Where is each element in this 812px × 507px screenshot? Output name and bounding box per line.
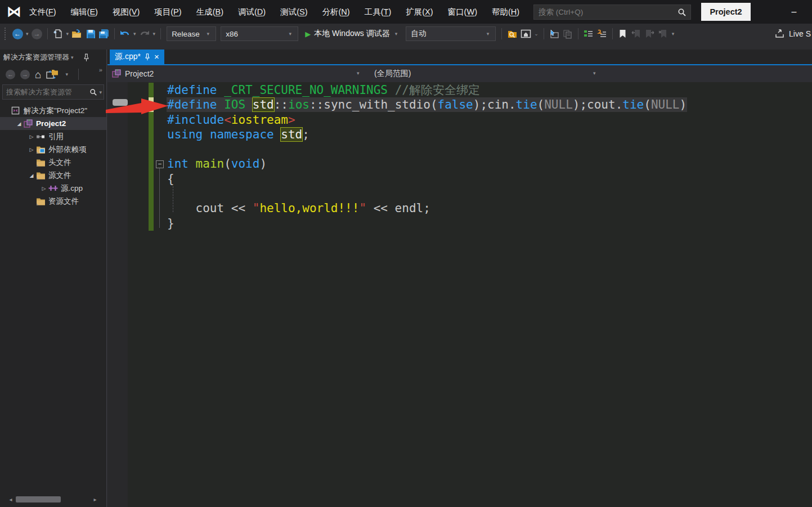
- tree-item-外部依赖项[interactable]: ▷外部依赖项: [0, 143, 106, 156]
- search-options-dropdown[interactable]: ▾: [97, 89, 104, 95]
- menu-item[interactable]: 分析(N): [322, 7, 350, 17]
- tree-item-资源文件[interactable]: 资源文件: [0, 195, 106, 208]
- quick-search-input[interactable]: [534, 8, 678, 16]
- menu-item[interactable]: 生成(B): [196, 7, 223, 17]
- menu-item[interactable]: 测试(S): [280, 7, 307, 17]
- redo-dropdown[interactable]: ▾: [151, 31, 158, 37]
- toolbar-separator: [501, 28, 502, 39]
- new-file-button[interactable]: [51, 26, 65, 42]
- copy-parent-button[interactable]: [561, 26, 575, 42]
- show-next-statement-button[interactable]: [595, 26, 609, 42]
- toggle-bookmark-button[interactable]: [616, 26, 630, 42]
- menu-item[interactable]: 视图(V): [113, 7, 140, 17]
- navbar-project-caret[interactable]: ▾: [355, 70, 361, 76]
- scroll-right-arrow[interactable]: ▸: [90, 496, 100, 502]
- debug-target-combo[interactable]: 自动▾: [406, 26, 496, 41]
- show-threads-button[interactable]: [582, 26, 595, 42]
- tree-item-Project2[interactable]: ◢Project2: [0, 117, 106, 130]
- navigate-back-dropdown[interactable]: ▾: [24, 31, 30, 37]
- solution-search-box[interactable]: ▾: [2, 84, 104, 100]
- tree-item-头文件[interactable]: 头文件: [0, 156, 106, 169]
- open-folder-button[interactable]: [70, 26, 84, 42]
- window-minimize-button[interactable]: –: [786, 3, 802, 20]
- clear-bookmarks-button[interactable]: [657, 26, 670, 42]
- collapse-region-icon[interactable]: −: [156, 160, 164, 168]
- next-bookmark-button[interactable]: [643, 26, 657, 42]
- token-kw: int: [167, 157, 189, 171]
- save-all-button[interactable]: [97, 26, 111, 42]
- solution-search-input[interactable]: [3, 88, 89, 96]
- scrollbar-thumb[interactable]: [16, 496, 61, 502]
- solution-configuration-combo[interactable]: Release▾: [167, 26, 216, 41]
- view-designer-button[interactable]: [519, 26, 532, 42]
- switch-views-dropdown[interactable]: ▾: [64, 71, 70, 77]
- code-line-1[interactable]: #define _CRT_SECURE_NO_WARNINGS //解除安全绑定: [167, 83, 812, 97]
- start-debugging-dropdown[interactable]: ▾: [393, 31, 400, 37]
- previous-bookmark-button[interactable]: [630, 26, 643, 42]
- start-debugging-button[interactable]: ▶ 本地 Windows 调试器 ▾: [305, 29, 399, 39]
- navigate-back-button[interactable]: ←: [11, 26, 24, 42]
- tree-item-源.cpp[interactable]: ▷源.cpp: [0, 182, 106, 195]
- code-line-10[interactable]: }: [167, 216, 812, 231]
- code-line-3[interactable]: #include<iostream>: [167, 113, 812, 127]
- tree-item-解决方案"Project2"[interactable]: 解决方案"Project2": [0, 104, 106, 117]
- expander-expanded-icon[interactable]: ◢: [27, 173, 36, 178]
- save-button[interactable]: [84, 26, 97, 42]
- menu-item[interactable]: 扩展(X): [406, 7, 433, 17]
- undo-dropdown[interactable]: ▾: [132, 31, 138, 37]
- solution-explorer-header[interactable]: 解决方案资源管理器 ▾: [0, 50, 106, 65]
- navbar-project-dropdown[interactable]: Project2: [112, 65, 154, 82]
- code-line-7[interactable]: {: [167, 172, 812, 186]
- undo-button[interactable]: [118, 26, 132, 42]
- pin-icon[interactable]: [145, 53, 150, 61]
- redo-button[interactable]: [138, 26, 151, 42]
- toolbar-overflow-dropdown[interactable]: ▾: [670, 31, 676, 37]
- code-line-8[interactable]: [167, 186, 812, 201]
- horizontal-scrollbar[interactable]: ◂ ▸: [0, 495, 106, 504]
- view-designer-dropdown[interactable]: ⌄: [532, 31, 540, 37]
- panel-overflow-chevrons[interactable]: ››: [99, 66, 102, 73]
- code-line-9[interactable]: cout << "hello,world!!!" << endl;: [167, 201, 812, 216]
- scroll-left-arrow[interactable]: ◂: [6, 496, 16, 502]
- expander-collapsed-icon[interactable]: ▷: [27, 134, 36, 140]
- code-region[interactable]: #define _CRT_SECURE_NO_WARNINGS //解除安全绑定…: [107, 82, 812, 507]
- code-lines[interactable]: #define _CRT_SECURE_NO_WARNINGS //解除安全绑定…: [167, 83, 812, 231]
- expander-collapsed-icon[interactable]: ▷: [27, 147, 36, 152]
- tree-item-引用[interactable]: ▷引用: [0, 130, 106, 143]
- code-line-2[interactable]: #define IOS std::ios::sync_with_stdio(fa…: [167, 97, 812, 112]
- panel-dropdown[interactable]: ▾: [69, 55, 75, 60]
- code-line-6[interactable]: int main(void): [167, 156, 812, 171]
- menu-item[interactable]: 编辑(E): [71, 7, 98, 17]
- switch-views-button[interactable]: [46, 69, 59, 79]
- tree-item-源文件[interactable]: ◢源文件: [0, 169, 106, 182]
- menu-item[interactable]: 文件(F): [29, 7, 56, 17]
- menu-item[interactable]: 调试(D): [238, 7, 266, 17]
- tree-forward-button[interactable]: →: [20, 70, 30, 79]
- toolbar-grip-handle[interactable]: [5, 28, 7, 40]
- pin-icon[interactable]: [83, 53, 89, 62]
- solution-platform-combo[interactable]: x86▾: [221, 26, 298, 41]
- expander-expanded-icon[interactable]: ◢: [15, 121, 24, 127]
- navbar-member-caret[interactable]: ▾: [591, 70, 598, 76]
- menu-item[interactable]: 工具(T): [365, 7, 392, 17]
- breakpoint-margin[interactable]: [107, 82, 128, 507]
- quick-search-box[interactable]: [533, 5, 691, 20]
- navigate-forward-button[interactable]: →: [30, 26, 44, 42]
- menu-item[interactable]: 项目(P): [154, 7, 181, 17]
- code-line-4[interactable]: using namespace std;: [167, 127, 812, 142]
- select-element-button[interactable]: [548, 26, 561, 42]
- feedback-project-badge[interactable]: Project2: [701, 3, 751, 21]
- live-share-button[interactable]: Live S: [774, 24, 812, 44]
- tab-source-cpp[interactable]: 源.cpp* ×: [110, 50, 164, 64]
- close-icon[interactable]: ×: [154, 53, 159, 61]
- code-line-5[interactable]: [167, 142, 812, 156]
- find-in-files-button[interactable]: [505, 26, 519, 42]
- new-file-dropdown[interactable]: ▾: [65, 31, 71, 37]
- home-icon[interactable]: ⌂: [35, 70, 41, 79]
- navbar-scope-dropdown[interactable]: (全局范围): [374, 65, 411, 82]
- menu-item[interactable]: 帮助(H): [492, 7, 519, 17]
- menu-item[interactable]: 窗口(W): [448, 7, 477, 17]
- tree-back-button[interactable]: ←: [6, 70, 15, 79]
- expander-collapsed-icon[interactable]: ▷: [39, 186, 48, 191]
- token-kw: #define: [167, 98, 217, 111]
